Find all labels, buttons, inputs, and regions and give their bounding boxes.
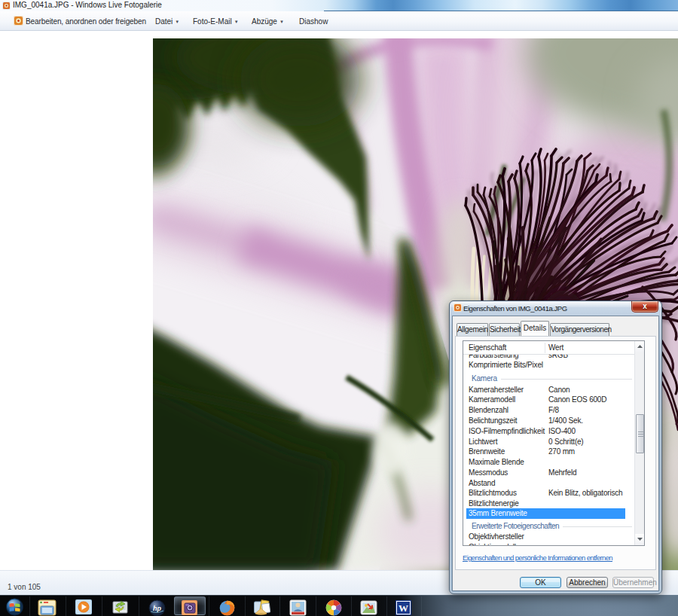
svg-text:hp: hp: [153, 605, 161, 612]
svg-text:W: W: [399, 602, 408, 614]
